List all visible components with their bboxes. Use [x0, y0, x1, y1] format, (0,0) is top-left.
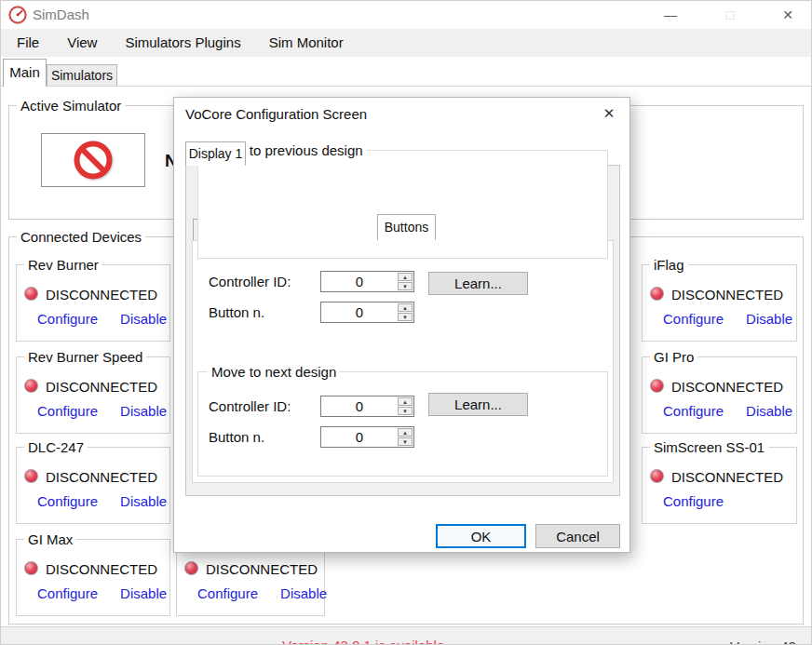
close-icon[interactable]: ✕ [766, 1, 809, 29]
status-led-icon [650, 287, 664, 301]
button-n-stepper[interactable]: 0 ▲ ▼ [320, 302, 414, 323]
configure-link[interactable]: Configure [37, 311, 98, 327]
tab-simulators[interactable]: Simulators [47, 64, 117, 86]
spin-down-icon[interactable]: ▼ [398, 437, 413, 446]
configure-link[interactable]: Configure [663, 493, 724, 509]
device-name: DLC-247 [24, 439, 88, 455]
disable-link[interactable]: Disable [120, 585, 167, 601]
device-name: SimScreen SS-01 [650, 439, 768, 455]
spin-down-icon[interactable]: ▼ [398, 282, 413, 290]
app-window: SimDash — □ ✕ File View Simulators Plugi… [0, 0, 812, 645]
configure-link[interactable]: Configure [37, 493, 98, 509]
configure-link[interactable]: Configure [663, 403, 724, 419]
device-status: DISCONNECTED [671, 469, 783, 485]
menu-sim-monitor[interactable]: Sim Monitor [255, 29, 358, 57]
button-n-value[interactable]: 0 [321, 302, 398, 322]
controller-id-stepper[interactable]: 0 ▲ ▼ [320, 271, 414, 292]
status-led-icon [650, 469, 664, 483]
device-status: DISCONNECTED [671, 287, 783, 302]
connected-devices-label: Connected Devices [17, 229, 145, 245]
menu-view[interactable]: View [53, 29, 111, 57]
button-n-label: Button n. [209, 429, 264, 445]
previous-design-group: Move to previous design [197, 150, 608, 259]
cancel-button[interactable]: Cancel [535, 524, 620, 548]
device-name: GI Pro [650, 349, 697, 365]
vocore-configuration-dialog: VoCore Configuration Screen ✕ Display 1 … [173, 97, 630, 553]
disable-link[interactable]: Disable [746, 403, 792, 419]
status-led-icon [24, 561, 38, 575]
learn-button-next[interactable]: Learn... [428, 393, 528, 416]
device-panel-rev-burner-speed: Rev Burner Speed DISCONNECTED Configure … [16, 356, 170, 434]
active-simulator-label: Active Simulator [17, 98, 125, 114]
tab-divider [1, 86, 811, 87]
next-design-group: Move to next design [197, 371, 608, 477]
device-status: DISCONNECTED [46, 561, 157, 577]
device-status: DISCONNECTED [46, 469, 157, 485]
device-name: GI Max [24, 531, 76, 547]
controller-id-value[interactable]: 0 [321, 272, 398, 291]
spin-up-icon[interactable]: ▲ [398, 428, 413, 437]
menu-simulators-plugins[interactable]: Simulators Plugins [111, 29, 254, 57]
maximize-icon: □ [709, 1, 751, 29]
spin-up-icon[interactable]: ▲ [398, 273, 413, 281]
next-design-group-label: Move to next design [208, 364, 340, 380]
tab-buttons[interactable]: Buttons [377, 214, 436, 240]
button-n-label: Button n. [209, 304, 264, 320]
controller-id-label: Controller ID: [209, 398, 291, 414]
menu-bar: File View Simulators Plugins Sim Monitor [1, 29, 811, 57]
status-bar: Version 43.0.1 is available Version 42 [1, 626, 811, 645]
ok-button[interactable]: OK [436, 524, 526, 548]
device-status: DISCONNECTED [46, 379, 157, 395]
disable-link[interactable]: Disable [120, 493, 167, 509]
device-panel-gi-max: GI Max DISCONNECTED Configure Disable [16, 539, 170, 616]
spin-down-icon[interactable]: ▼ [398, 407, 413, 415]
minimize-icon[interactable]: — [649, 1, 692, 29]
window-title: SimDash [33, 7, 89, 22]
dialog-title: VoCore Configuration Screen [185, 106, 367, 122]
status-led-icon [24, 469, 38, 483]
device-name: Rev Burner Speed [24, 349, 146, 365]
device-name: iFlag [650, 257, 688, 273]
device-panel-dlc-247: DLC-247 DISCONNECTED Configure Disable [16, 447, 170, 524]
learn-button-previous[interactable]: Learn... [428, 272, 528, 295]
tab-main[interactable]: Main [3, 59, 47, 87]
disable-link[interactable]: Disable [746, 311, 792, 327]
no-simulator-icon [72, 139, 115, 181]
configure-link[interactable]: Configure [197, 585, 258, 601]
device-status: DISCONNECTED [46, 287, 157, 302]
menu-file[interactable]: File [3, 29, 53, 57]
device-panel-gi-pro: GI Pro DISCONNECTED Configure Disable [642, 356, 797, 434]
spin-up-icon[interactable]: ▲ [398, 397, 413, 406]
status-led-icon [650, 379, 664, 393]
button-n-stepper[interactable]: 0 ▲ ▼ [320, 426, 414, 448]
configure-link[interactable]: Configure [37, 585, 98, 601]
disable-link[interactable]: Disable [280, 585, 327, 601]
spin-down-icon[interactable]: ▼ [398, 313, 413, 321]
configure-link[interactable]: Configure [663, 311, 724, 327]
spin-up-icon[interactable]: ▲ [398, 303, 413, 312]
controller-id-value[interactable]: 0 [321, 396, 398, 416]
device-status: DISCONNECTED [671, 379, 783, 395]
status-led-icon [184, 561, 198, 575]
current-version-text: Version 42 [730, 638, 796, 645]
update-available-text[interactable]: Version 43.0.1 is available [282, 638, 444, 645]
device-panel-simscreen-ss-01: SimScreen SS-01 DISCONNECTED Configure [642, 447, 797, 524]
tab-display-1[interactable]: Display 1 [185, 141, 246, 166]
controller-id-stepper[interactable]: 0 ▲ ▼ [320, 396, 414, 417]
button-n-value[interactable]: 0 [321, 427, 398, 447]
device-panel-rev-burner: Rev Burner DISCONNECTED Configure Disabl… [16, 264, 170, 342]
configure-link[interactable]: Configure [37, 403, 98, 419]
status-led-icon [24, 379, 38, 393]
app-gauge-icon [8, 6, 27, 24]
device-name: Rev Burner [24, 257, 102, 273]
status-led-icon [24, 287, 38, 301]
controller-id-label: Controller ID: [209, 274, 291, 289]
title-bar: SimDash — □ ✕ [1, 1, 811, 29]
device-panel-iflag: iFlag DISCONNECTED Configure Disable [642, 264, 797, 342]
device-status: DISCONNECTED [206, 561, 318, 577]
simulator-image-box [41, 133, 145, 187]
disable-link[interactable]: Disable [120, 311, 167, 327]
disable-link[interactable]: Disable [120, 403, 167, 419]
dialog-close-icon[interactable]: ✕ [594, 101, 624, 126]
